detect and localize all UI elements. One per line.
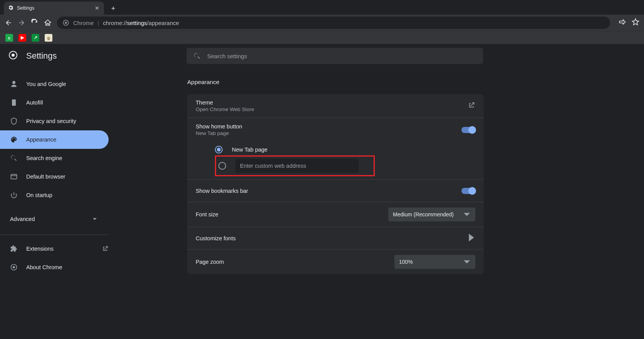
sidebar: You and Google Autofill Privacy and secu…: [0, 68, 109, 339]
bookmark-item[interactable]: ↗: [32, 34, 39, 42]
external-link-icon: [468, 101, 475, 111]
close-icon[interactable]: ✕: [94, 5, 100, 11]
radio-label: New Tab page: [232, 147, 267, 153]
page-zoom-select[interactable]: 100%: [394, 255, 475, 269]
appearance-card: ThemeOpen Chrome Web Store Show home but…: [187, 94, 484, 274]
home-button-toggle[interactable]: [461, 127, 475, 133]
settings-search[interactable]: [186, 48, 483, 64]
home-button-row: Show home buttonNew Tab page New Tab pag…: [187, 118, 484, 180]
theme-row[interactable]: ThemeOpen Chrome Web Store: [187, 94, 484, 118]
gear-icon: [8, 5, 14, 12]
home-option-custom-radio[interactable]: [218, 162, 226, 170]
settings-search-input[interactable]: [207, 53, 476, 59]
browser-toolbar: Chrome | chrome://settings/appearance: [0, 15, 644, 31]
app-title: Settings: [26, 51, 57, 61]
section-title: Appearance: [187, 79, 644, 86]
bookmarks-bar: c ▶ ↗ g: [0, 31, 644, 44]
customize-fonts-row[interactable]: Customize fonts: [187, 227, 484, 250]
bookmarks-bar-row: Show bookmarks bar: [187, 180, 484, 202]
bookmark-item[interactable]: ▶: [18, 34, 26, 42]
home-button[interactable]: [44, 19, 52, 27]
forward-button[interactable]: [18, 19, 25, 27]
chrome-icon: [8, 51, 18, 61]
highlight-box: [215, 155, 375, 176]
chevron-down-icon: [463, 211, 471, 218]
sidebar-item-on-startup[interactable]: On startup: [0, 186, 109, 204]
chevron-right-icon: [468, 234, 475, 243]
svg-point-7: [13, 266, 15, 268]
sidebar-item-label: You and Google: [26, 81, 66, 87]
sidebar-item-label: On startup: [26, 192, 52, 198]
chrome-icon: [62, 19, 69, 26]
back-button[interactable]: [5, 19, 12, 27]
share-icon[interactable]: [619, 18, 626, 27]
sidebar-item-about-chrome[interactable]: About Chrome: [0, 258, 109, 277]
custom-homepage-input[interactable]: [235, 159, 359, 173]
sidebar-item-label: Privacy and security: [26, 118, 76, 124]
sidebar-advanced-toggle[interactable]: Advanced: [0, 208, 109, 230]
chevron-down-icon: [463, 258, 471, 266]
font-size-select[interactable]: Medium (Recommended): [388, 207, 475, 221]
main-content: Appearance ThemeOpen Chrome Web Store Sh…: [109, 68, 644, 339]
sidebar-item-label: Appearance: [26, 137, 56, 143]
sidebar-item-label: Advanced: [10, 216, 35, 222]
bookmark-star-icon[interactable]: [632, 18, 639, 27]
sidebar-item-you-and-google[interactable]: You and Google: [0, 75, 109, 93]
sidebar-item-label: Default browser: [26, 174, 65, 180]
bookmark-item[interactable]: g: [45, 34, 52, 42]
new-tab-button[interactable]: +: [108, 3, 119, 14]
sidebar-item-appearance[interactable]: Appearance: [0, 130, 109, 149]
external-link-icon: [102, 245, 109, 252]
tab-strip: Settings ✕ +: [0, 0, 644, 15]
sidebar-item-search-engine[interactable]: Search engine: [0, 149, 109, 167]
sidebar-item-label: About Chrome: [26, 264, 62, 270]
sidebar-item-label: Search engine: [26, 155, 62, 161]
sidebar-item-autofill[interactable]: Autofill: [0, 93, 109, 112]
sidebar-item-label: Extensions: [26, 246, 93, 252]
page-zoom-row: Page zoom 100%: [187, 250, 484, 274]
svg-point-1: [65, 22, 67, 24]
tab-title: Settings: [17, 5, 91, 11]
font-size-row: Font size Medium (Recommended): [187, 202, 484, 227]
omnibox-prefix: Chrome: [73, 20, 94, 26]
search-icon: [193, 52, 201, 60]
sidebar-item-label: Autofill: [26, 100, 43, 106]
bookmark-item[interactable]: c: [5, 34, 13, 42]
sidebar-item-privacy[interactable]: Privacy and security: [0, 112, 109, 130]
svg-point-3: [12, 54, 15, 57]
omnibox[interactable]: Chrome | chrome://settings/appearance: [57, 17, 610, 29]
svg-rect-4: [11, 174, 17, 179]
settings-app: Settings You and Google Autofill Privacy…: [0, 44, 644, 339]
reload-button[interactable]: [31, 19, 39, 27]
browser-tab[interactable]: Settings ✕: [4, 2, 104, 15]
chevron-down-icon: [92, 217, 97, 221]
sidebar-item-default-browser[interactable]: Default browser: [0, 167, 109, 186]
sidebar-item-extensions[interactable]: Extensions: [0, 239, 109, 258]
radio-icon: [215, 146, 223, 153]
bookmarks-bar-toggle[interactable]: [461, 188, 475, 194]
omnibox-url: chrome://settings/appearance: [103, 20, 179, 26]
